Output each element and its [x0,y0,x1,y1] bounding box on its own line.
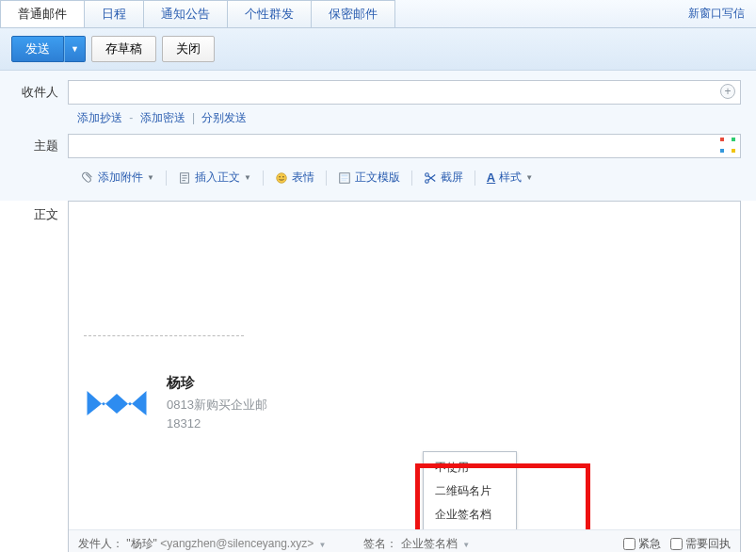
svg-point-5 [279,175,281,177]
urgent-checkbox[interactable] [623,538,635,550]
receipt-checkbox[interactable] [670,538,683,550]
subject-label: 主题 [15,138,68,154]
apps-grid-icon[interactable] [720,138,735,153]
screenshot-button[interactable]: 截屏 [420,168,467,187]
add-bcc-link[interactable]: 添加密送 [140,111,185,124]
close-button[interactable]: 关闭 [162,36,215,62]
sig-option-corp[interactable]: 企业签名档 [424,503,516,527]
svg-rect-9 [341,178,347,179]
add-cc-link[interactable]: 添加抄送 [77,111,122,124]
signature-current: 企业签名档 [401,537,458,550]
signature-label: 签名： [363,537,397,550]
dropdown-triangle-icon: ▼ [319,541,327,549]
recipient-sublinks: 添加抄送 - 添加密送 | 分别发送 [77,110,741,126]
tab-confidential[interactable]: 保密邮件 [311,0,395,27]
dropdown-triangle-icon: ▼ [462,541,470,549]
svg-rect-8 [341,174,347,176]
insert-body-button[interactable]: 插入正文▼ [174,168,255,187]
svg-point-11 [426,179,429,183]
tab-normal-mail[interactable]: 普通邮件 [0,0,85,27]
emoji-button[interactable]: 表情 [271,168,318,187]
subject-input[interactable] [68,134,741,158]
signature-line2: 18312 [167,414,267,433]
signature-block: 杨珍 0813新购买企业邮 18312 [84,335,725,432]
save-draft-button[interactable]: 存草稿 [91,36,156,62]
scissors-icon [424,171,437,185]
send-button[interactable]: 发送 [11,36,64,62]
sender-email: <yangzhen@silenceyang.xyz> [160,537,314,550]
body-label: 正文 [15,201,68,552]
email-body-editor[interactable]: 杨珍 0813新购买企业邮 18312 不使用 二维码名片 企业签名档 发件 [68,201,741,552]
signature-selector[interactable]: 签名： 企业签名档 ▼ [363,536,470,552]
tab-personalized[interactable]: 个性群发 [227,0,312,27]
smiley-icon [275,171,288,185]
sender-name: "杨珍" [126,537,157,550]
svg-point-4 [277,172,287,183]
paperclip-icon [81,171,94,185]
add-contact-icon[interactable]: + [720,84,735,99]
attach-file-button[interactable]: 添加附件▼ [77,168,158,187]
compose-tabs: 普通邮件 日程 通知公告 个性群发 保密邮件 新窗口写信 [0,0,756,28]
template-icon [338,171,351,185]
signature-name: 杨珍 [167,374,267,392]
letter-a-icon: A [487,170,495,185]
svg-point-12 [426,172,429,176]
tab-announcement[interactable]: 通知公告 [143,0,228,27]
signature-divider [84,335,244,336]
new-window-link[interactable]: 新窗口写信 [688,6,745,22]
send-dropdown-button[interactable]: ▼ [64,36,86,62]
svg-rect-10 [341,179,346,180]
text-style-button[interactable]: A 样式▼ [483,168,537,187]
sender-prefix: 发件人： [78,537,123,550]
sender-selector[interactable]: 发件人： "杨珍" <yangzhen@silenceyang.xyz> ▼ [78,536,326,552]
signature-line1: 0813新购买企业邮 [167,396,267,414]
svg-point-6 [282,175,284,177]
signature-menu: 不使用 二维码名片 企业签名档 [423,451,517,531]
body-template-button[interactable]: 正文模版 [334,168,404,187]
recipient-label: 收件人 [15,84,68,101]
sig-option-none[interactable]: 不使用 [424,456,516,479]
tab-calendar[interactable]: 日程 [84,0,144,27]
urgent-label: 紧急 [638,536,661,552]
signature-logo-icon [84,378,150,430]
receipt-checkbox-wrap[interactable]: 需要回执 [670,536,731,552]
receipt-label: 需要回执 [685,536,731,552]
editor-footer: 发件人： "杨珍" <yangzhen@silenceyang.xyz> ▼ 签… [69,529,740,552]
compose-toolbar: 发送 ▼ 存草稿 关闭 [0,28,756,71]
urgent-checkbox-wrap[interactable]: 紧急 [623,536,661,552]
send-separately-link[interactable]: 分别发送 [201,111,247,124]
sig-option-qrcard[interactable]: 二维码名片 [424,479,516,503]
document-icon [178,171,191,185]
recipient-input[interactable] [68,80,741,105]
format-toolbar: 添加附件▼ 插入正文▼ 表情 正文模版 [77,164,741,191]
